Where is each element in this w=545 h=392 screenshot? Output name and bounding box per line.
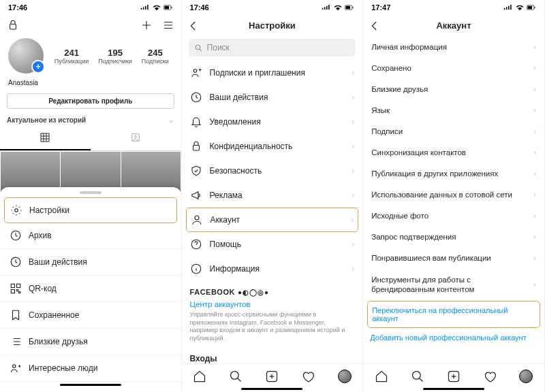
username: Anastasia xyxy=(0,76,181,89)
post-thumb[interactable] xyxy=(61,152,121,192)
heart-icon[interactable] xyxy=(301,370,315,383)
search-icon[interactable] xyxy=(229,370,243,383)
lock-icon xyxy=(7,19,19,31)
settings-info[interactable]: Информация› xyxy=(182,257,363,281)
bookmark-icon xyxy=(10,309,22,321)
sheet-saved[interactable]: Сохраненное xyxy=(0,302,181,329)
svg-point-6 xyxy=(135,135,137,137)
settings-activity[interactable]: Ваши действия› xyxy=(182,85,363,110)
acct-sharing[interactable]: Публикация в других приложениях› xyxy=(363,163,544,184)
menu-icon[interactable] xyxy=(162,19,174,31)
help-icon xyxy=(190,238,202,250)
newpost-icon[interactable] xyxy=(265,370,279,383)
shield-icon xyxy=(190,165,202,177)
settings-invites[interactable]: Подписки и приглашения› xyxy=(182,61,363,85)
activity-icon xyxy=(190,91,202,103)
post-thumb[interactable] xyxy=(1,152,61,192)
tab-grid[interactable] xyxy=(0,128,91,150)
person-icon xyxy=(191,214,203,226)
settings-security[interactable]: Безопасность› xyxy=(182,159,363,183)
accounts-center-link[interactable]: Центр аккаунтов xyxy=(182,297,363,310)
heart-icon[interactable] xyxy=(483,370,497,383)
nav-header: Аккаунт xyxy=(363,15,544,36)
svg-rect-1 xyxy=(164,6,168,9)
status-bar: 17:46 xyxy=(182,0,363,15)
acct-branded[interactable]: Инструменты для работы с брендированным … xyxy=(363,268,544,301)
sheet-archive[interactable]: Архив xyxy=(0,223,181,249)
status-icons xyxy=(140,4,173,11)
svg-rect-10 xyxy=(11,284,14,287)
switch-professional-link[interactable]: Переключиться на профессиональный аккаун… xyxy=(367,301,540,328)
newpost-icon[interactable] xyxy=(447,370,461,383)
acct-cellular[interactable]: Использование данных в сотовой сети› xyxy=(363,184,544,205)
sheet-discover[interactable]: Интересные люди xyxy=(0,355,181,382)
home-icon[interactable] xyxy=(193,370,206,383)
search-input[interactable]: Поиск xyxy=(189,39,356,56)
profile-stats-row: 241Публикации 195Подписчики 245Подписки xyxy=(0,35,181,76)
status-time: 17:46 xyxy=(190,3,209,12)
stat-following[interactable]: 245Подписки xyxy=(142,48,169,65)
nav-avatar[interactable] xyxy=(519,370,533,383)
qr-icon xyxy=(10,282,22,295)
svg-point-21 xyxy=(195,216,199,220)
bottom-nav xyxy=(182,363,363,386)
bell-icon xyxy=(190,116,202,128)
status-bar: 17:47 xyxy=(363,0,544,15)
add-icon[interactable] xyxy=(140,19,153,31)
account-list: Личная информация› Сохранено› Близкие др… xyxy=(363,36,544,363)
home-indicator xyxy=(60,384,121,387)
back-icon[interactable] xyxy=(187,20,200,32)
svg-point-29 xyxy=(412,371,420,379)
discover-icon xyxy=(10,362,22,374)
bottom-nav xyxy=(363,363,544,386)
svg-rect-15 xyxy=(346,6,350,9)
tab-tagged[interactable] xyxy=(91,128,181,150)
svg-point-7 xyxy=(15,208,18,212)
post-thumb[interactable] xyxy=(121,152,181,192)
svg-rect-2 xyxy=(171,7,172,9)
profile-header xyxy=(0,15,181,35)
facebook-label: FACEBOOK●◐◯◎● xyxy=(182,281,363,297)
settings-ads[interactable]: Реклама› xyxy=(182,183,363,208)
acct-liked[interactable]: Понравившиеся вам публикации› xyxy=(363,247,544,268)
svg-rect-12 xyxy=(11,289,14,293)
lock-icon xyxy=(190,140,202,152)
add-professional-link[interactable]: Добавить новый профессиональный аккаунт xyxy=(363,328,544,347)
sheet-handle[interactable] xyxy=(80,191,102,194)
back-icon[interactable] xyxy=(369,20,381,32)
acct-captions[interactable]: Подписи› xyxy=(363,120,544,142)
acct-personal[interactable]: Личная информация› xyxy=(363,36,544,57)
acct-contacts[interactable]: Синхронизация контактов› xyxy=(363,142,544,163)
settings-privacy[interactable]: Конфиденциальность› xyxy=(182,134,363,159)
sheet-settings[interactable]: Настройки xyxy=(4,197,177,223)
nav-avatar[interactable] xyxy=(338,370,352,383)
sheet-closefriends[interactable]: Близкие друзья xyxy=(0,329,181,355)
home-indicator xyxy=(241,388,302,391)
invite-icon xyxy=(190,67,202,79)
acct-original[interactable]: Исходные фото› xyxy=(363,205,544,226)
stat-posts[interactable]: 241Публикации xyxy=(54,48,89,65)
sheet-qr[interactable]: QR-код xyxy=(0,276,181,302)
svg-point-13 xyxy=(13,364,16,368)
settings-help[interactable]: Помощь› xyxy=(182,232,363,257)
svg-rect-20 xyxy=(193,146,199,151)
sheet-activity[interactable]: Ваши действия xyxy=(0,249,181,276)
svg-rect-16 xyxy=(353,7,354,9)
acct-closefriends[interactable]: Близкие друзья› xyxy=(363,78,544,99)
bottom-sheet: Настройки Архив Ваши действия QR-код Сох… xyxy=(0,187,181,393)
activity-icon xyxy=(10,256,22,268)
stories-highlight-row[interactable]: Актуальное из историй ⌄ xyxy=(0,113,181,128)
home-icon[interactable] xyxy=(375,370,388,383)
edit-profile-button[interactable]: Редактировать профиль xyxy=(7,93,174,109)
status-time: 17:47 xyxy=(371,3,390,12)
search-icon[interactable] xyxy=(411,370,424,383)
settings-notifications[interactable]: Уведомления› xyxy=(182,110,363,134)
stat-followers[interactable]: 195Подписчики xyxy=(98,48,132,65)
svg-point-17 xyxy=(196,45,200,50)
home-indicator xyxy=(423,388,484,391)
acct-language[interactable]: Язык› xyxy=(363,99,544,120)
avatar[interactable] xyxy=(8,38,44,74)
settings-account[interactable]: Аккаунт› xyxy=(186,208,359,232)
acct-saved[interactable]: Сохранено› xyxy=(363,57,544,78)
acct-verify[interactable]: Запрос подтверждения› xyxy=(363,226,544,247)
